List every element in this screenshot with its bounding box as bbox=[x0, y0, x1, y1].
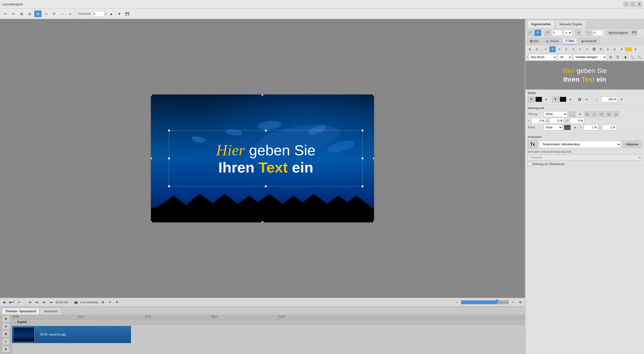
tab-text[interactable]: T Text bbox=[562, 38, 577, 44]
effekt-percent-input[interactable] bbox=[601, 96, 618, 102]
time-unit-select[interactable]: s bbox=[564, 30, 572, 36]
outer-handle-tr[interactable] bbox=[373, 94, 374, 96]
fullung-pattern[interactable] bbox=[569, 112, 576, 117]
color-dropdown-btn[interactable]: ▾ bbox=[618, 46, 625, 52]
text-image-btn[interactable]: 🖼 bbox=[591, 46, 597, 52]
zoom-out-button[interactable]: − bbox=[454, 300, 460, 305]
rotation-checkbox[interactable] bbox=[528, 162, 531, 166]
italic-btn[interactable]: A bbox=[534, 46, 540, 52]
list2-btn[interactable]: ▾ bbox=[605, 46, 611, 52]
tab-timeline[interactable]: Timeline - Spuransicht bbox=[2, 308, 40, 314]
canvas-container[interactable]: Hier geben Sie Ihren Text ein bbox=[0, 19, 525, 298]
minivorlagen-btn[interactable]: Minivorlagen ▾ bbox=[606, 30, 630, 36]
outer-handle-mr[interactable] bbox=[373, 157, 374, 160]
rand-height-input[interactable] bbox=[602, 124, 616, 130]
align-left-btn[interactable]: ≡ bbox=[542, 46, 549, 52]
loop-btn[interactable]: ↺ bbox=[575, 30, 582, 36]
effekt-dropdown1[interactable]: ▾ bbox=[543, 96, 549, 102]
tl-ctrl-2[interactable]: ⊟ bbox=[2, 323, 10, 330]
shape-rounded-btn[interactable]: ▭ bbox=[606, 111, 612, 117]
outer-handle-br[interactable] bbox=[373, 221, 374, 223]
grid2-button[interactable]: ⊟ bbox=[26, 10, 33, 17]
select-tool-button[interactable]: ✂ bbox=[2, 10, 9, 17]
tab-eigenschaften[interactable]: Eigenschaften bbox=[527, 20, 555, 28]
tab-deckkraft[interactable]: ◑ Deckkraft bbox=[578, 38, 600, 44]
preview-dropdown[interactable]: ▾ bbox=[107, 300, 113, 305]
rect-button[interactable]: ▭ bbox=[42, 10, 50, 17]
play-button[interactable]: ▶ bbox=[2, 300, 8, 305]
time-spin-down[interactable]: ▼ bbox=[116, 10, 123, 17]
zoom-thumb[interactable] bbox=[495, 300, 498, 303]
px-value-input[interactable] bbox=[592, 30, 603, 36]
effekt-btn2[interactable]: T bbox=[552, 96, 559, 102]
tl-ctrl-1[interactable]: ⊞ bbox=[2, 316, 10, 322]
rand-width-input[interactable] bbox=[584, 124, 598, 130]
align-justify4-btn[interactable]: ≡ bbox=[584, 46, 590, 52]
text-block[interactable]: Hier geben Sie Ihren Text ein bbox=[169, 130, 363, 186]
corner-tl-input[interactable] bbox=[531, 118, 546, 124]
arrow-btn[interactable]: ↔ bbox=[585, 30, 592, 36]
align-center-btn[interactable]: ≡ bbox=[550, 46, 556, 52]
align-justify-btn[interactable]: ≡ bbox=[563, 46, 570, 52]
tab-sound[interactable]: 🔊 Sound bbox=[542, 38, 562, 44]
time-value-input[interactable] bbox=[552, 30, 562, 36]
save-minivorlagen-btn[interactable]: 💾 bbox=[631, 30, 638, 36]
color-swatch-dropdown[interactable]: ▾ bbox=[632, 46, 638, 52]
next-button[interactable]: ⏭ bbox=[41, 300, 47, 305]
behavior-select[interactable]: Textblock bbox=[528, 154, 642, 160]
tab-storyboard[interactable]: Storyboard bbox=[40, 308, 61, 314]
minimize-button[interactable]: ─ bbox=[624, 2, 629, 7]
align2-button[interactable]: ≡ bbox=[67, 10, 74, 17]
playhead[interactable] bbox=[12, 314, 12, 319]
tl-ctrl-4[interactable]: ≡ bbox=[2, 338, 10, 345]
shape-oval-btn[interactable]: ⬭ bbox=[599, 111, 604, 117]
forward-button[interactable]: ⏭ bbox=[48, 300, 54, 305]
tl-ctrl-5[interactable]: ⚙ bbox=[2, 346, 10, 352]
save-button[interactable]: 💾 bbox=[124, 10, 131, 17]
clock-btn[interactable]: ⏱ bbox=[544, 30, 551, 36]
zeitmarke-input[interactable] bbox=[92, 11, 104, 17]
variable-select[interactable]: Variable einfügen bbox=[573, 54, 606, 60]
flip-button[interactable]: ↔ bbox=[58, 10, 66, 17]
handle-bottom-left[interactable] bbox=[168, 185, 170, 188]
shape-circle-btn[interactable]: ○ bbox=[592, 111, 597, 117]
close-button[interactable]: ✕ bbox=[637, 2, 642, 7]
zoom2-btn[interactable]: 🔍 bbox=[636, 54, 642, 60]
contrast-btn[interactable]: ◑ bbox=[622, 54, 628, 60]
anpassen-button[interactable]: Anpassen bbox=[623, 141, 642, 148]
link-prop-btn[interactable]: 🔗 bbox=[527, 30, 534, 36]
grid-button[interactable]: ⊞ bbox=[18, 10, 25, 17]
zoom-in-button[interactable]: + bbox=[510, 300, 516, 305]
play-loop-button[interactable]: ▶↺ bbox=[9, 300, 15, 305]
align-right-btn[interactable]: ≡ bbox=[556, 46, 562, 52]
outer-handle-bl[interactable] bbox=[150, 221, 152, 223]
handle-top-left[interactable] bbox=[168, 129, 170, 132]
effekt-percent-spin[interactable]: ▾ bbox=[618, 96, 625, 102]
live-preview-icon[interactable]: 📺 bbox=[73, 300, 79, 305]
effekt-color2[interactable] bbox=[560, 97, 566, 102]
corner-tr-input[interactable] bbox=[550, 118, 564, 124]
shape-rect-btn[interactable]: ▭ bbox=[584, 111, 590, 117]
zoom-slider[interactable] bbox=[461, 300, 509, 304]
rand-color-dropdown[interactable]: ▾ bbox=[572, 124, 578, 130]
time-spin-up[interactable]: ▲ bbox=[108, 10, 115, 17]
align-justify3-btn[interactable]: ≡ bbox=[577, 46, 583, 52]
prev-button[interactable]: ⏭ bbox=[34, 300, 40, 305]
tab-bild[interactable]: 🖼 Bild bbox=[527, 38, 542, 44]
font-size-select[interactable]: 48 36 24 60 72 bbox=[558, 54, 572, 60]
effekt-dots-btn[interactable]: ⋮ bbox=[594, 96, 600, 102]
track-clip-1[interactable]: T 00:05, Aquarium.jpg bbox=[12, 326, 131, 343]
list-view-btn[interactable]: ☰ bbox=[615, 54, 621, 60]
dropdown-button[interactable]: ▾ bbox=[16, 300, 22, 305]
rand-color[interactable] bbox=[564, 125, 571, 130]
settings-icon[interactable]: ⚙ bbox=[114, 300, 120, 305]
color-btn[interactable]: A bbox=[612, 46, 618, 52]
effekt-image-dropdown[interactable]: ▾ bbox=[584, 96, 590, 102]
effekt-image-btn[interactable]: 🖼 bbox=[576, 96, 582, 102]
font-family-select[interactable]: Alex Brush bbox=[528, 54, 557, 60]
list-btn[interactable]: ☰ bbox=[598, 46, 604, 52]
corner-bl-input[interactable] bbox=[570, 118, 584, 124]
effekt-dropdown2[interactable]: ▾ bbox=[567, 96, 574, 102]
shape-diamond-btn[interactable]: ◇ bbox=[613, 111, 619, 117]
align-justify2-btn[interactable]: ≡ bbox=[570, 46, 576, 52]
